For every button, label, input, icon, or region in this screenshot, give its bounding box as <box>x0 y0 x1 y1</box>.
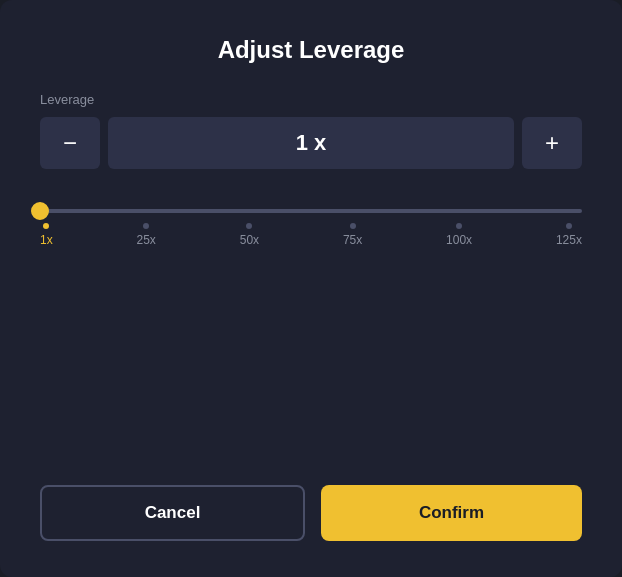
leverage-display: 1 x <box>108 117 514 169</box>
tick-label-100x: 100x <box>446 233 472 247</box>
tick-label-125x: 125x <box>556 233 582 247</box>
tick-dot-50x <box>246 223 252 229</box>
modal-title: Adjust Leverage <box>40 36 582 64</box>
tick-dot-75x <box>350 223 356 229</box>
button-row: Cancel Confirm <box>40 485 582 541</box>
tick-dot-100x <box>456 223 462 229</box>
tick-label-75x: 75x <box>343 233 362 247</box>
slider-thumb[interactable] <box>31 202 49 220</box>
slider-wrapper[interactable]: 1x 25x 50x 75x 100x <box>40 209 582 271</box>
tick-label-50x: 50x <box>240 233 259 247</box>
tick-dot-125x <box>566 223 572 229</box>
tick-25x[interactable]: 25x <box>137 223 156 247</box>
tick-dot-1x <box>43 223 49 229</box>
tick-75x[interactable]: 75x <box>343 223 362 247</box>
tick-100x[interactable]: 100x <box>446 223 472 247</box>
slider-track[interactable] <box>40 209 582 213</box>
increase-button[interactable]: + <box>522 117 582 169</box>
tick-125x[interactable]: 125x <box>556 223 582 247</box>
slider-ticks: 1x 25x 50x 75x 100x <box>40 223 582 247</box>
leverage-label: Leverage <box>40 92 582 107</box>
tick-label-25x: 25x <box>137 233 156 247</box>
confirm-button[interactable]: Confirm <box>321 485 582 541</box>
tick-50x[interactable]: 50x <box>240 223 259 247</box>
adjust-leverage-modal: Adjust Leverage Leverage − 1 x + 1x 25x <box>0 0 622 577</box>
leverage-control: − 1 x + <box>40 117 582 169</box>
slider-section: 1x 25x 50x 75x 100x <box>40 197 582 271</box>
decrease-button[interactable]: − <box>40 117 100 169</box>
tick-dot-25x <box>143 223 149 229</box>
tick-label-1x: 1x <box>40 233 53 247</box>
tick-1x[interactable]: 1x <box>40 223 53 247</box>
spacer <box>40 311 582 465</box>
cancel-button[interactable]: Cancel <box>40 485 305 541</box>
